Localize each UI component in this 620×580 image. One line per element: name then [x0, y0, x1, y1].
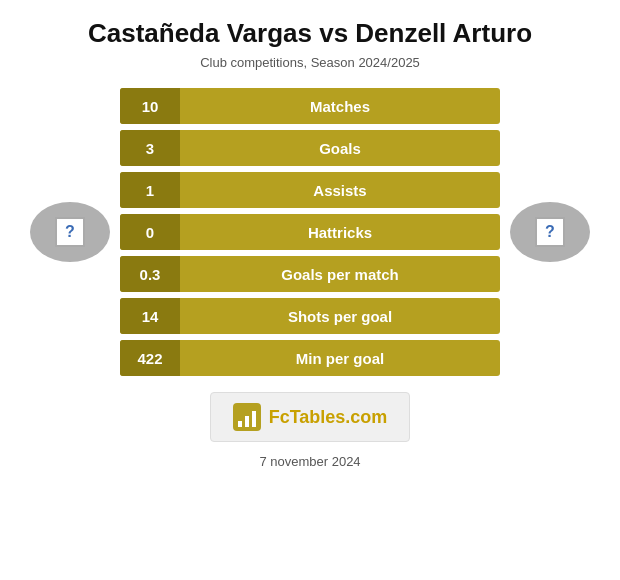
- stat-value-6: 422: [120, 340, 180, 376]
- stat-label-5: Shots per goal: [180, 308, 500, 325]
- logo-text: FcTables.com: [269, 407, 388, 428]
- svg-rect-1: [238, 421, 242, 427]
- stat-value-2: 1: [120, 172, 180, 208]
- right-avatar: ?: [500, 202, 600, 262]
- stat-row: 422Min per goal: [120, 340, 500, 376]
- stat-row: 0.3Goals per match: [120, 256, 500, 292]
- stats-list: 10Matches3Goals1Assists0Hattricks0.3Goal…: [120, 88, 500, 376]
- stat-value-3: 0: [120, 214, 180, 250]
- stat-value-5: 14: [120, 298, 180, 334]
- page-title: Castañeda Vargas vs Denzell Arturo: [88, 18, 532, 49]
- stat-value-4: 0.3: [120, 256, 180, 292]
- stat-label-0: Matches: [180, 98, 500, 115]
- stat-label-2: Assists: [180, 182, 500, 199]
- stat-value-0: 10: [120, 88, 180, 124]
- svg-rect-2: [245, 416, 249, 427]
- stat-row: 14Shots per goal: [120, 298, 500, 334]
- stat-label-4: Goals per match: [180, 266, 500, 283]
- stat-label-3: Hattricks: [180, 224, 500, 241]
- stat-row: 3Goals: [120, 130, 500, 166]
- stat-row: 0Hattricks: [120, 214, 500, 250]
- stat-label-1: Goals: [180, 140, 500, 157]
- logo-box: FcTables.com: [210, 392, 411, 442]
- stat-row: 1Assists: [120, 172, 500, 208]
- stat-value-1: 3: [120, 130, 180, 166]
- right-avatar-shape: ?: [510, 202, 590, 262]
- svg-rect-3: [252, 411, 256, 427]
- main-content-row: ? 10Matches3Goals1Assists0Hattricks0.3Go…: [20, 88, 600, 376]
- stat-row: 10Matches: [120, 88, 500, 124]
- left-avatar-icon: ?: [55, 217, 85, 247]
- footer-date: 7 november 2024: [259, 454, 360, 469]
- stat-label-6: Min per goal: [180, 350, 500, 367]
- logo-tables: Tables.com: [290, 407, 388, 427]
- logo-fc: Fc: [269, 407, 290, 427]
- page-subtitle: Club competitions, Season 2024/2025: [200, 55, 420, 70]
- right-avatar-icon: ?: [535, 217, 565, 247]
- fctables-logo-icon: [233, 403, 261, 431]
- left-avatar-shape: ?: [30, 202, 110, 262]
- left-avatar: ?: [20, 202, 120, 262]
- page-container: Castañeda Vargas vs Denzell Arturo Club …: [0, 0, 620, 580]
